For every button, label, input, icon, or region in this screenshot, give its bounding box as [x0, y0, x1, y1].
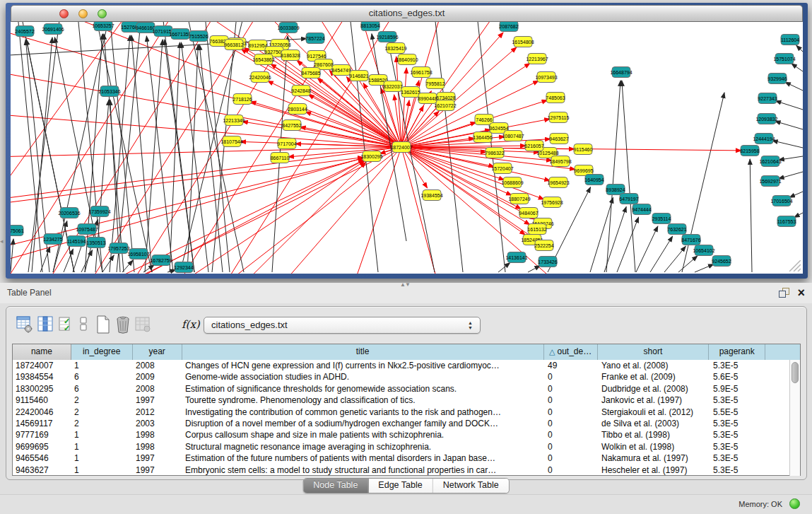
- graph-node[interactable]: 8813054: [360, 22, 379, 31]
- cell-year[interactable]: 1997: [133, 395, 182, 406]
- cell-name[interactable]: 19384554: [13, 371, 71, 382]
- column-header-short[interactable]: short: [598, 344, 710, 360]
- graph-node[interactable]: 8454749: [331, 65, 351, 76]
- graph-node[interactable]: 2087682: [499, 22, 518, 32]
- graph-node[interactable]: 9329946: [767, 74, 787, 84]
- cell-title[interactable]: Investigating the contribution of common…: [182, 407, 545, 418]
- graph-node[interactable]: 16033809: [277, 23, 299, 33]
- table-row[interactable]: 2242004622012Investigating the contribut…: [13, 407, 800, 418]
- graph-node[interactable]: 18724007: [390, 142, 412, 153]
- graph-node[interactable]: 9115460: [574, 144, 593, 155]
- cell-in_degree[interactable]: 6: [71, 383, 133, 395]
- graph-node[interactable]: 10688609: [501, 177, 523, 188]
- cell-short[interactable]: Yano et al. (2008): [599, 360, 710, 371]
- graph-node[interactable]: 1112604: [781, 35, 799, 45]
- cell-year[interactable]: 1997: [133, 452, 182, 464]
- graph-node[interactable]: 7632621: [667, 224, 686, 235]
- graph-node[interactable]: 8427552: [282, 120, 301, 131]
- graph-node[interactable]: 9227343: [758, 93, 777, 104]
- graph-node[interactable]: 1615132: [527, 224, 546, 235]
- graph-node[interactable]: 1350513: [86, 238, 105, 248]
- column-header-in_degree[interactable]: in_degree: [71, 344, 133, 360]
- graph-node[interactable]: 2405572: [15, 26, 34, 37]
- cell-out_de…[interactable]: 0: [545, 395, 599, 406]
- graph-node[interactable]: 16210643: [759, 156, 781, 167]
- column-header-filler[interactable]: [765, 344, 800, 360]
- table-row[interactable]: 1938455462009Genome-wide association stu…: [13, 371, 800, 382]
- cell-year[interactable]: 2008: [133, 383, 182, 395]
- cell-out_de…[interactable]: 0: [545, 429, 599, 440]
- close-panel-icon[interactable]: ×: [797, 284, 805, 301]
- graph-node[interactable]: 8990448: [418, 93, 437, 104]
- cell-in_degree[interactable]: 1: [71, 441, 133, 452]
- cell-out_de…[interactable]: 0: [545, 465, 599, 476]
- cell-in_degree[interactable]: 2: [71, 418, 133, 429]
- cell-year[interactable]: 2003: [133, 418, 182, 429]
- splitter-grip-icon[interactable]: ▲▼: [400, 281, 410, 288]
- cell-year[interactable]: 2009: [133, 371, 182, 382]
- cell-pagerank[interactable]: 5.3E-5: [710, 429, 767, 440]
- cell-out_de…[interactable]: 0: [545, 441, 599, 452]
- cell-name[interactable]: 9463627: [13, 465, 71, 476]
- cell-pagerank[interactable]: 5.3E-5: [710, 452, 767, 464]
- graph-node[interactable]: 8471676: [681, 235, 700, 245]
- cell-title[interactable]: Estimation of significance thresholds fo…: [182, 383, 545, 395]
- row-height-icon[interactable]: [78, 315, 90, 334]
- cell-short[interactable]: Hescheler et al. (1997): [599, 465, 710, 476]
- graph-node[interactable]: 17957253: [107, 243, 129, 254]
- graph-node[interactable]: 8475685: [301, 68, 320, 78]
- graph-node[interactable]: 22420046: [249, 72, 271, 83]
- cell-title[interactable]: Embryonic stem cells: a model to study s…: [182, 465, 545, 476]
- graph-node[interactable]: 18300295: [360, 151, 382, 162]
- function-builder-icon[interactable]: f(x): [180, 315, 201, 334]
- graph-node[interactable]: 1145194: [67, 236, 86, 247]
- cell-out_de…[interactable]: 0: [545, 418, 599, 429]
- cell-short[interactable]: Franke et al. (2009): [599, 371, 710, 382]
- graph-node[interactable]: 16154808: [512, 37, 534, 47]
- panel-collapse-arrow-icon[interactable]: ◂: [0, 238, 4, 245]
- graph-node[interactable]: 8667110: [271, 153, 290, 163]
- cell-out_de…[interactable]: 0: [545, 371, 599, 382]
- graph-node[interactable]: 16671355: [169, 29, 191, 40]
- column-header-out_de…[interactable]: △out_de…: [544, 344, 598, 360]
- cell-in_degree[interactable]: 1: [71, 465, 133, 476]
- graph-node[interactable]: 9463627: [549, 134, 568, 144]
- cell-name[interactable]: 14569117: [13, 418, 71, 429]
- graph-node[interactable]: 18107544: [220, 136, 242, 147]
- table-row[interactable]: 1830029562008Estimation of significance …: [13, 383, 800, 395]
- graph-node[interactable]: 15720407: [491, 163, 513, 174]
- graph-node[interactable]: 6479197: [619, 194, 638, 204]
- graph-node[interactable]: 12975115: [548, 112, 570, 123]
- graph-node[interactable]: 8215958: [740, 146, 759, 156]
- cell-short[interactable]: de Silva et al. (2003): [599, 418, 710, 429]
- graph-node[interactable]: 20206536: [58, 208, 80, 218]
- memory-status-indicator[interactable]: [789, 498, 800, 509]
- float-panel-icon[interactable]: [779, 288, 789, 298]
- cell-name[interactable]: 22420046: [13, 407, 71, 418]
- cell-title[interactable]: Estimation of the future numbers of pati…: [182, 452, 545, 464]
- graph-node[interactable]: 10975487: [76, 224, 98, 235]
- cell-name[interactable]: 18300295: [13, 383, 71, 395]
- graph-node[interactable]: 18640910: [396, 54, 418, 65]
- graph-node[interactable]: 17359924: [88, 206, 110, 217]
- graph-node[interactable]: 9663812: [224, 40, 243, 50]
- cell-in_degree[interactable]: 2: [71, 407, 133, 418]
- table-row[interactable]: 1872400712008Changes of HCN gene express…: [13, 360, 800, 371]
- graph-node[interactable]: 10654102: [693, 245, 714, 256]
- graph-node[interactable]: 1364456: [473, 132, 492, 143]
- cell-year[interactable]: 2008: [133, 360, 182, 371]
- cell-name[interactable]: 9777169: [13, 429, 71, 440]
- cell-in_degree[interactable]: 1: [71, 452, 133, 464]
- graph-node[interactable]: 10653257: [92, 22, 114, 31]
- cell-short[interactable]: Jankovic et al. (1997): [599, 395, 710, 406]
- cell-out_de…[interactable]: 0: [545, 407, 599, 418]
- graph-node[interactable]: 7857224: [305, 33, 324, 44]
- window-titlebar[interactable]: citations_edges.txt: [11, 5, 803, 22]
- graph-node[interactable]: 16782759: [150, 255, 172, 266]
- table-row[interactable]: 977716911998Corpus callosum shape and si…: [13, 429, 800, 440]
- graph-node[interactable]: 7515526: [189, 31, 208, 42]
- graph-node[interactable]: 2522254: [534, 240, 553, 251]
- cell-name[interactable]: 9465546: [13, 452, 71, 464]
- column-header-pagerank[interactable]: pagerank: [709, 344, 765, 360]
- cell-pagerank[interactable]: 5.3E-5: [710, 465, 767, 476]
